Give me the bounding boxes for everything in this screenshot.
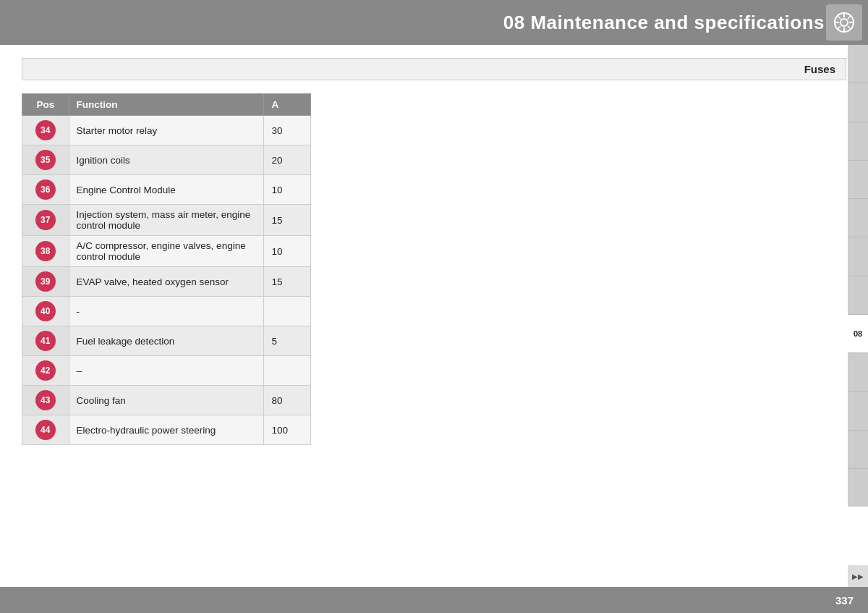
pos-badge: 37 (35, 210, 56, 230)
next-arrow-icon: ▶▶ (852, 572, 864, 580)
table-header-row: Pos Function A (22, 94, 311, 116)
svg-line-7 (848, 26, 851, 29)
cell-a: 15 (264, 205, 311, 236)
cell-pos: 34 (22, 116, 69, 145)
cell-function: A/C compressor, engine valves, engine co… (69, 236, 264, 267)
svg-point-1 (841, 19, 848, 26)
cell-function: Cooling fan (69, 386, 264, 415)
pos-badge: 36 (35, 179, 56, 200)
cell-a: 5 (264, 326, 311, 356)
chapter-tab-list: 08 (848, 45, 868, 507)
pos-badge: 34 (35, 120, 56, 140)
pos-badge: 40 (35, 301, 56, 321)
chapter-tab-04[interactable] (848, 161, 868, 199)
wrench-gear-icon (832, 10, 856, 35)
pos-badge: 44 (35, 420, 56, 440)
svg-line-8 (848, 16, 851, 19)
page-wrapper: 08 Maintenance and specifications Fuses (0, 0, 868, 613)
svg-line-6 (838, 16, 841, 19)
pos-badge: 35 (35, 150, 56, 170)
page-number: 337 (835, 594, 854, 606)
cell-a: 100 (264, 415, 311, 445)
cell-pos: 42 (22, 356, 69, 386)
cell-pos: 41 (22, 326, 69, 356)
pos-badge: 39 (35, 271, 56, 292)
cell-pos: 38 (22, 236, 69, 267)
pos-badge: 43 (35, 390, 56, 410)
col-header-function: Function (69, 94, 264, 116)
header-icon-box (826, 4, 862, 41)
cell-function: – (69, 356, 264, 386)
next-arrow-button[interactable]: ▶▶ (848, 565, 868, 587)
table-row: 44Electro-hydraulic power steering100 (22, 415, 311, 445)
chapter-tab-01[interactable] (848, 45, 868, 83)
cell-pos: 44 (22, 415, 69, 445)
table-row: 39EVAP valve, heated oxygen sensor15 (22, 267, 311, 297)
page-header: 08 Maintenance and specifications (0, 0, 868, 45)
cell-a: 80 (264, 386, 311, 415)
table-row: 37Injection system, mass air meter, engi… (22, 205, 311, 236)
chapter-tab-06[interactable] (848, 237, 868, 276)
chapter-tab-08-active[interactable]: 08 (848, 315, 868, 353)
table-row: 38A/C compressor, engine valves, engine … (22, 236, 311, 267)
chapter-tab-05[interactable] (848, 199, 868, 237)
chapter-tab-09[interactable] (848, 353, 868, 392)
table-row: 36Engine Control Module10 (22, 175, 311, 205)
cell-a: 20 (264, 145, 311, 175)
cell-function: EVAP valve, heated oxygen sensor (69, 267, 264, 297)
section-bar: Fuses (22, 58, 846, 80)
chapter-tab-10[interactable] (848, 392, 868, 430)
chapter-tab-03[interactable] (848, 122, 868, 161)
cell-function: Electro-hydraulic power steering (69, 415, 264, 445)
cell-function: Starter motor relay (69, 116, 264, 145)
chapter-tab-07[interactable] (848, 276, 868, 315)
table-row: 42– (22, 356, 311, 386)
cell-a: 30 (264, 116, 311, 145)
chapter-tabs: 08 (848, 45, 868, 507)
cell-a: 10 (264, 236, 311, 267)
cell-function: Ignition coils (69, 145, 264, 175)
chapter-tab-02[interactable] (848, 83, 868, 122)
cell-function: - (69, 297, 264, 326)
pos-badge: 42 (35, 360, 56, 381)
table-row: 34Starter motor relay30 (22, 116, 311, 145)
table-row: 40- (22, 297, 311, 326)
cell-pos: 40 (22, 297, 69, 326)
cell-pos: 37 (22, 205, 69, 236)
section-label: Fuses (804, 63, 835, 75)
col-header-pos: Pos (22, 94, 69, 116)
fuse-table: Pos Function A 34Starter motor relay3035… (22, 93, 311, 445)
bottom-bar: 337 (0, 587, 868, 613)
cell-a: 10 (264, 175, 311, 205)
chapter-tab-12[interactable] (848, 469, 868, 507)
header-title: 08 Maintenance and specifications (503, 12, 825, 34)
main-content: Pos Function A 34Starter motor relay3035… (0, 80, 868, 452)
pos-badge: 41 (35, 331, 56, 351)
table-row: 43Cooling fan80 (22, 386, 311, 415)
cell-pos: 43 (22, 386, 69, 415)
svg-line-9 (838, 26, 841, 29)
chapter-tab-11[interactable] (848, 431, 868, 469)
cell-pos: 36 (22, 175, 69, 205)
cell-function: Fuel leakage detection (69, 326, 264, 356)
cell-a (264, 356, 311, 386)
table-row: 41Fuel leakage detection5 (22, 326, 311, 356)
cell-pos: 35 (22, 145, 69, 175)
cell-function: Injection system, mass air meter, engine… (69, 205, 264, 236)
col-header-a: A (264, 94, 311, 116)
table-row: 35Ignition coils20 (22, 145, 311, 175)
cell-function: Engine Control Module (69, 175, 264, 205)
cell-a (264, 297, 311, 326)
cell-pos: 39 (22, 267, 69, 297)
cell-a: 15 (264, 267, 311, 297)
pos-badge: 38 (35, 241, 56, 261)
